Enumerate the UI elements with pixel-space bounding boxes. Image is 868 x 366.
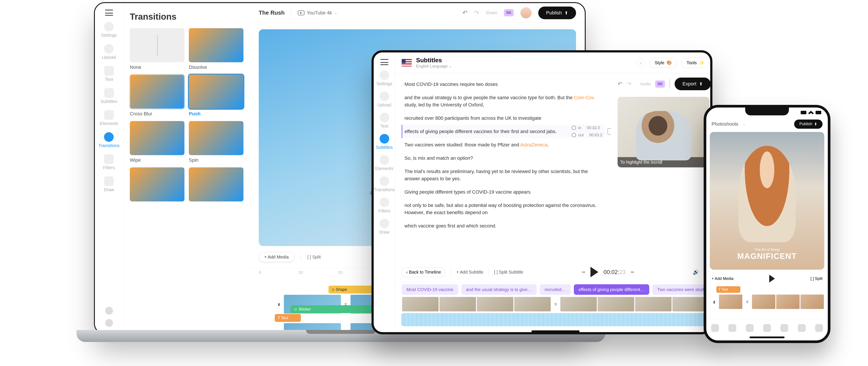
search-icon[interactable]: ⌕ xyxy=(637,58,645,67)
sidebar-item-upload[interactable]: Upload xyxy=(377,92,391,108)
video-clip[interactable] xyxy=(402,297,439,312)
subtitle-line[interactable]: So, is mix and match an option? xyxy=(402,151,604,165)
subtitle-timeline[interactable]: Most COVID-19 vaccine and the usual stra… xyxy=(395,282,712,328)
video-clip[interactable] xyxy=(439,297,476,312)
video-track[interactable]: ⧖ xyxy=(402,297,709,312)
link[interactable]: AstraZeneca xyxy=(520,142,548,148)
video-clip[interactable] xyxy=(476,297,514,312)
video-preview[interactable]: To highlight the incridl xyxy=(618,97,709,167)
subtitle-line[interactable]: recruited over 800 participants from acr… xyxy=(402,112,604,125)
sidebar-item-transitions[interactable]: Transitions xyxy=(98,132,120,148)
audio-waveform[interactable] xyxy=(402,313,709,326)
sidebar-item-upload[interactable]: Upload xyxy=(102,44,116,60)
subtitle-pill[interactable]: and the usual strategy is to give… xyxy=(461,284,537,295)
video-preview[interactable]: The Art of Being MAGNIFICENT xyxy=(710,132,824,270)
avatar[interactable] xyxy=(669,78,670,90)
video-clip[interactable] xyxy=(597,297,634,312)
clip-handle[interactable]: ▮ xyxy=(275,294,283,314)
subtitle-line[interactable]: The trial's results are preliminary, hav… xyxy=(402,165,604,185)
feedback-icon[interactable] xyxy=(105,319,113,327)
tool-filters-icon[interactable] xyxy=(798,324,806,332)
transition-spin[interactable]: Spin xyxy=(189,121,243,163)
tool-draw-icon[interactable] xyxy=(815,324,823,332)
user-badge[interactable]: SK xyxy=(655,81,665,88)
transition-extra-2[interactable] xyxy=(189,167,243,202)
chevron-down-icon[interactable]: ⌄ xyxy=(743,122,745,126)
sidebar-item-subtitles[interactable]: Subtitles xyxy=(376,134,393,150)
avatar[interactable] xyxy=(520,7,532,19)
publish-button[interactable]: Publish xyxy=(794,120,823,129)
sidebar-item-text[interactable]: Text xyxy=(380,113,389,129)
sidebar-item-settings[interactable]: Settings xyxy=(376,70,392,86)
subtitle-pill[interactable]: Most COVID-19 vaccine xyxy=(402,284,458,295)
sidebar-item-draw[interactable]: Draw xyxy=(104,176,114,192)
project-title[interactable]: Photoshoots xyxy=(712,121,738,127)
subtitle-line[interactable]: Two vaccines were studied: those made by… xyxy=(402,138,604,151)
timeline[interactable]: T Text ▮ ⧖ xyxy=(706,286,828,319)
tool-upload-icon[interactable] xyxy=(728,324,736,332)
clip-handle[interactable]: ▮ xyxy=(710,294,718,309)
video-clip[interactable] xyxy=(776,294,800,309)
undo-icon[interactable]: ↶ xyxy=(462,9,467,17)
project-title[interactable]: The Rush xyxy=(259,9,284,16)
sidebar-item-text[interactable]: Text xyxy=(104,66,114,82)
transition-none[interactable]: None xyxy=(130,28,184,70)
link[interactable]: Com-Cov xyxy=(574,95,594,100)
subtitle-line[interactable]: not only to be safe, but also a potentia… xyxy=(402,199,604,219)
sidebar-item-filters[interactable]: Filters xyxy=(103,154,115,170)
sidebar-item-filters[interactable]: Filters xyxy=(378,197,390,213)
subtitle-pill[interactable]: Two vaccines were studi xyxy=(652,284,709,295)
export-button[interactable]: Export xyxy=(675,78,711,90)
skip-forward-icon[interactable]: ⏭ xyxy=(631,270,634,274)
tool-elements-icon[interactable] xyxy=(780,324,788,332)
user-badge[interactable]: SK xyxy=(504,9,514,17)
subtitle-line-active[interactable]: effects of giving people different vacci… xyxy=(402,125,604,138)
play-button[interactable] xyxy=(590,267,598,277)
split-button[interactable]: [ ] Split xyxy=(307,254,321,260)
subtitle-editor[interactable]: Most COVID-19 vaccines require two doses… xyxy=(395,73,611,262)
sidebar-item-elements[interactable]: Elements xyxy=(375,155,393,171)
volume-icon[interactable]: 🔊 xyxy=(693,269,699,275)
language-selector[interactable]: English Language ⌄ xyxy=(416,64,452,69)
video-clip[interactable] xyxy=(514,297,551,312)
transition-dissolve[interactable]: Dissolve xyxy=(189,28,243,70)
sidebar-item-transitions[interactable]: Transitions xyxy=(374,176,395,192)
video-clip[interactable] xyxy=(560,297,597,312)
video-clip[interactable] xyxy=(718,294,743,309)
text-chip[interactable]: T Text xyxy=(275,314,301,322)
split-subtitle-button[interactable]: [ ] Split Subtitle xyxy=(494,270,523,275)
subtitle-line[interactable]: Most COVID-19 vaccines require two doses xyxy=(402,78,604,91)
text-chip[interactable]: T Text xyxy=(716,286,740,293)
video-track[interactable]: ▮ ⧖ xyxy=(710,294,824,309)
sticker-chip[interactable]: ☺ Sticker xyxy=(290,305,382,313)
redo-icon[interactable]: ↷ xyxy=(474,9,479,17)
menu-icon[interactable] xyxy=(105,10,113,16)
add-subtitle-button[interactable]: + Add Subtitle xyxy=(456,270,484,275)
add-media-button[interactable]: + Add Media xyxy=(712,276,734,281)
menu-icon[interactable] xyxy=(380,59,388,65)
invite-button[interactable]: Invite xyxy=(640,82,651,87)
subtitle-line[interactable]: Giving people different types of COVID-1… xyxy=(402,185,604,199)
share-button[interactable]: Share xyxy=(486,10,497,15)
subtitle-line[interactable]: which vaccine goes first and which secon… xyxy=(402,219,604,233)
transition-push[interactable]: Push xyxy=(189,74,243,117)
tool-text-icon[interactable] xyxy=(746,324,754,332)
tool-settings-icon[interactable] xyxy=(711,324,719,332)
redo-icon[interactable]: ↷ xyxy=(627,81,631,87)
skip-back-icon[interactable]: ⏮ xyxy=(582,270,585,274)
tool-subtitles-icon[interactable] xyxy=(763,324,771,332)
subtitle-pill-active[interactable]: effects of giving people different… xyxy=(574,284,649,295)
sidebar-item-elements[interactable]: Elements xyxy=(100,110,118,126)
transition-wipe[interactable]: Wipe xyxy=(130,121,184,163)
play-button[interactable] xyxy=(769,275,775,282)
sidebar-item-subtitles[interactable]: Subtitles xyxy=(100,88,117,104)
help-icon[interactable] xyxy=(105,307,113,315)
add-media-button[interactable]: + Add Media xyxy=(259,252,294,262)
transition-handle[interactable]: ⧖ xyxy=(743,294,751,309)
transition-cross-blur[interactable]: Cross Blur xyxy=(130,74,184,117)
sidebar-item-settings[interactable]: Settings xyxy=(101,22,117,38)
transition-handle[interactable]: ⧖ xyxy=(551,297,560,312)
subtitle-pill[interactable]: recruited… xyxy=(540,284,571,295)
tools-button[interactable]: Tools✨ xyxy=(681,58,709,68)
preset-selector[interactable]: YouTube 4k ⌄ xyxy=(298,10,337,16)
